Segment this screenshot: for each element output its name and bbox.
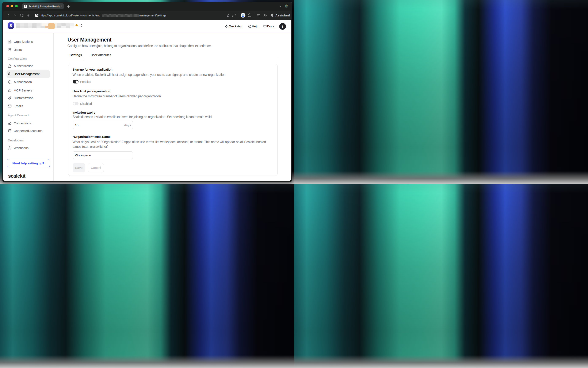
svg-text:S: S <box>36 14 37 17</box>
svg-text:S: S <box>25 5 26 8</box>
